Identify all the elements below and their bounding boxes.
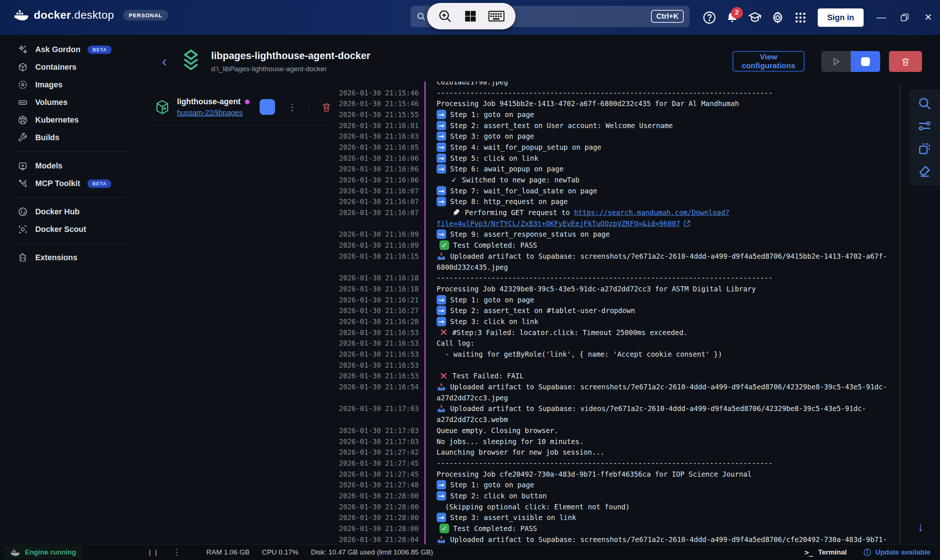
scroll-to-bottom-button[interactable]: ↓ [912,518,929,535]
pause-engine-button[interactable]: | | [149,548,158,556]
log-timestamp: 2026-01-30 21:16:07 [336,187,424,195]
sidebar-item-containers[interactable]: Containers [0,58,139,76]
log-line: 2026-01-30 21:16:06→Step 5: click on lin… [336,153,929,164]
magnifier-overlay-toolbar[interactable] [427,3,516,29]
run-stop-segment [821,51,880,72]
container-row[interactable]: lighthouse-agent hussam-22/libpages ⋮ [147,89,332,126]
engine-status[interactable]: Engine running [4,546,83,559]
log-line: 2026-01-30 21:16:07Performing GET reques… [336,207,929,218]
sidebar-item-ask-gordon[interactable]: Ask GordonBETA [0,41,139,58]
log-text: Test Completed: PASS [453,241,537,249]
window-close-button[interactable]: ✕ [917,0,940,35]
log-line: 2026-01-30 21:16:07→Step 7: wait_for_loa… [336,185,929,196]
log-line: c62b1ab21f9a.jpeg [336,82,929,87]
log-line: 2026-01-30 21:16:53Call log: [336,338,929,349]
log-timestamp: 2026-01-30 21:17:03 [336,426,424,434]
container-delete-button[interactable] [321,101,332,113]
sign-in-button[interactable]: Sign in [818,8,864,27]
learning-center-button[interactable] [744,6,766,29]
log-search-icon[interactable] [917,95,933,112]
log-timestamp: 2026-01-30 21:16:05 [336,143,424,151]
docker-desktop-logo: docker.desktop PERSONAL [14,9,168,21]
app-title: docker.desktop [34,9,114,21]
log-lines[interactable]: c62b1ab21f9a.jpeg2026-01-30 21:15:46----… [336,82,929,544]
hub-globe-icon [18,207,28,217]
terminal-button[interactable]: >_ Terminal [804,548,847,556]
step-arrow-icon: → [436,186,446,195]
log-scrollbar[interactable] [899,85,901,544]
log-text: Step 6: await_popup on page [450,165,564,173]
status-dot [245,100,250,104]
log-line: 2026-01-30 21:16:01→Step 2: assert_text … [336,120,929,131]
window-restore-button[interactable] [893,0,917,35]
stop-button[interactable] [851,51,880,72]
row-divider [309,100,309,114]
sidebar-item-mcp-toolkit[interactable]: MCP ToolkitBETA [0,175,139,192]
log-text: Uploaded artifact to Supabase: screensho… [450,383,887,391]
apps-grid-button[interactable] [789,6,812,29]
trash-icon [900,57,911,67]
log-line: 2026-01-30 21:16:28→Step 3: click on lin… [336,316,929,327]
log-line: 2026-01-30 21:16:18Processing Job 42329b… [336,283,929,294]
sidebar-item-volumes[interactable]: Volumes [0,94,139,111]
log-text: Switched to new page: newTab [462,176,579,184]
log-text: Step 1: goto on page [450,481,534,489]
container-menu-button[interactable]: ⋮ [288,105,297,110]
check-icon: ✓ [450,175,458,184]
log-link[interactable]: file=4ulPvp3/NrTYCL/ZxB3t+QKFyEvEejFkTuQ… [436,220,680,228]
window-minimize-button[interactable]: — [869,0,893,35]
update-available-button[interactable]: Update available [863,548,931,557]
back-button[interactable]: ‹ [162,54,167,69]
sidebar-item-label: Images [35,80,62,89]
container-list-panel: lighthouse-agent hussam-22/libpages ⋮ [139,82,336,544]
main-content: ‹ libpages-lighthouse-agent-docker d:\_l… [139,35,940,544]
sidebar-item-models[interactable]: Models [0,157,139,175]
zoom-in-icon[interactable] [438,9,452,23]
sidebar-item-extensions[interactable]: Extensions [0,249,139,266]
view-configurations-button[interactable]: View configurations [732,51,804,72]
sidebar-item-images[interactable]: Images [0,76,139,94]
log-text: Processing Job 42329be8-39c5-43e5-91dc-a… [436,285,756,293]
step-arrow-icon: → [436,480,446,489]
sidebar-item-kubernetes[interactable]: Kubernetes [0,111,139,129]
sidebar-item-builds[interactable]: Builds [0,129,139,146]
engine-menu-button[interactable]: ⋮ [173,551,181,554]
log-timestamp: 2026-01-30 21:15:46 [336,100,424,108]
log-text: ----------------------------------------… [436,89,772,97]
log-toolbar [909,89,940,185]
container-image-link[interactable]: hussam-22/libpages [177,109,256,117]
help-button[interactable] [698,6,721,29]
log-text: #Step:3 Failed: locator.click: Timeout 2… [452,328,688,337]
tools-icon [18,178,28,189]
cube-icon [18,62,28,72]
log-copy-icon[interactable] [917,140,933,157]
settings-gear-button[interactable] [766,6,789,29]
whale-status-icon [10,549,20,556]
sidebar-item-docker-scout[interactable]: Docker Scout [0,220,139,238]
log-timestamp: 2026-01-30 21:28:00 [336,525,424,532]
log-link[interactable]: https://search.mandumah.com/Download? [574,208,729,217]
external-link-icon[interactable] [683,220,691,228]
image-circle-icon [18,80,28,90]
container-stop-button[interactable] [260,99,275,115]
log-clear-icon[interactable] [917,163,933,179]
fail-cross-icon: ✕ [439,327,448,338]
notifications-button[interactable]: 2 [721,6,744,29]
step-arrow-icon: → [436,295,446,305]
keyboard-icon[interactable] [488,9,505,23]
sidebar-item-docker-hub[interactable]: Docker Hub [0,203,139,220]
kubernetes-wheel-icon [18,115,28,125]
delete-compose-button[interactable] [889,51,922,72]
log-line: 2026-01-30 21:17:03Uploaded artifact to … [336,403,929,414]
start-button[interactable] [821,51,851,72]
log-text: Processing Job cfe20492-730a-483d-9b71-f… [436,470,752,478]
log-timestamp: 2026-01-30 21:16:53 [336,372,424,380]
log-timestamp: 2026-01-30 21:27:45 [336,470,424,478]
grid-icon[interactable] [463,9,477,23]
sidebar-item-label: Ask Gordon [35,45,80,54]
log-line: 2026-01-30 21:17:03No jobs... sleeping f… [336,436,929,447]
log-filter-icon[interactable] [917,118,933,134]
log-line: 2026-01-30 21:16:06✓Switched to new page… [336,174,929,185]
log-line: 2026-01-30 21:27:42Launching browser for… [336,447,929,458]
log-line: 2026-01-30 21:16:27→Step 2: assert_text … [336,305,929,316]
